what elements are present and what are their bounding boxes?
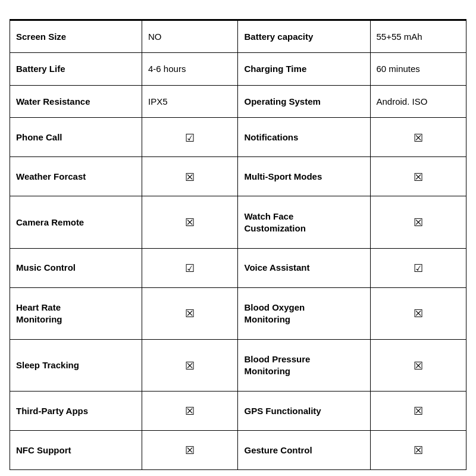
right-value-5: ☒ (370, 196, 466, 248)
x-icon: ☒ (414, 171, 423, 184)
page-title (10, 6, 466, 20)
left-value-4: ☒ (142, 157, 238, 196)
left-label-7: Heart RateMonitoring (10, 287, 142, 339)
x-icon: ☒ (185, 444, 195, 458)
check-icon: ☑ (414, 262, 423, 275)
right-label-6: Voice Assistant (238, 248, 370, 287)
right-label-4: Multi-Sport Modes (238, 157, 370, 196)
x-icon: ☒ (414, 444, 423, 458)
left-value-7: ☒ (142, 287, 238, 339)
right-value-8: ☒ (370, 339, 466, 391)
left-value-5: ☒ (142, 196, 238, 248)
left-value-0: NO (142, 21, 238, 53)
left-label-6: Music Control (10, 248, 142, 287)
page: Screen SizeNOBattery capacity55+55 mAhBa… (0, 0, 476, 476)
x-icon: ☒ (185, 359, 195, 373)
right-value-2: Android. ISO (370, 85, 466, 117)
right-label-1: Charging Time (238, 53, 370, 85)
right-value-10: ☒ (370, 430, 466, 469)
x-icon: ☒ (414, 307, 423, 321)
right-label-7: Blood OxygenMonitoring (238, 287, 370, 339)
left-label-3: Phone Call (10, 118, 142, 157)
right-value-0: 55+55 mAh (370, 21, 466, 53)
right-label-5: Watch FaceCustomization (238, 196, 370, 248)
right-value-1: 60 minutes (370, 53, 466, 85)
left-value-8: ☒ (142, 339, 238, 391)
x-icon: ☒ (414, 359, 423, 373)
x-icon: ☒ (185, 307, 195, 321)
right-label-2: Operating System (238, 85, 370, 117)
left-label-9: Third-Party Apps (10, 391, 142, 430)
x-icon: ☒ (414, 405, 423, 418)
x-icon: ☒ (185, 171, 195, 184)
right-value-7: ☒ (370, 287, 466, 339)
x-icon: ☒ (185, 405, 195, 418)
x-icon: ☒ (414, 131, 423, 145)
left-label-2: Water Resistance (10, 85, 142, 117)
left-label-5: Camera Remote (10, 196, 142, 248)
left-label-8: Sleep Tracking (10, 339, 142, 391)
right-value-4: ☒ (370, 157, 466, 196)
left-label-0: Screen Size (10, 21, 142, 53)
left-value-2: IPX5 (142, 85, 238, 117)
right-label-3: Notifications (238, 118, 370, 157)
right-label-0: Battery capacity (238, 21, 370, 53)
right-label-8: Blood PressureMonitoring (238, 339, 370, 391)
left-value-9: ☒ (142, 391, 238, 430)
left-value-1: 4-6 hours (142, 53, 238, 85)
left-label-1: Battery Life (10, 53, 142, 85)
right-label-10: Gesture Control (238, 430, 370, 469)
left-value-6: ☑ (142, 248, 238, 287)
left-value-3: ☑ (142, 118, 238, 157)
check-icon: ☑ (185, 262, 195, 275)
left-label-4: Weather Forcast (10, 157, 142, 196)
right-label-9: GPS Functionality (238, 391, 370, 430)
left-value-10: ☒ (142, 430, 238, 469)
left-label-10: NFC Support (10, 430, 142, 469)
right-value-9: ☒ (370, 391, 466, 430)
params-table: Screen SizeNOBattery capacity55+55 mAhBa… (10, 20, 466, 470)
check-icon: ☑ (185, 131, 195, 145)
right-value-6: ☑ (370, 248, 466, 287)
x-icon: ☒ (185, 216, 195, 230)
right-value-3: ☒ (370, 118, 466, 157)
x-icon: ☒ (414, 216, 423, 230)
